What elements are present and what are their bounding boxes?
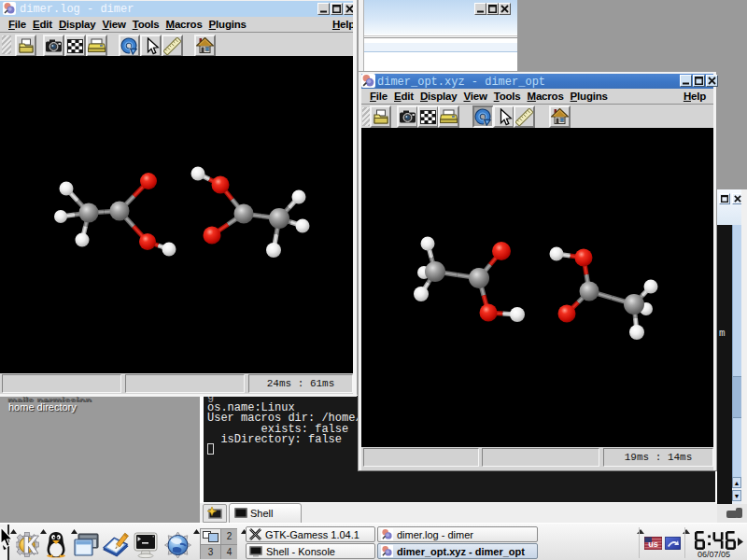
svg-text:us: us	[648, 539, 658, 549]
